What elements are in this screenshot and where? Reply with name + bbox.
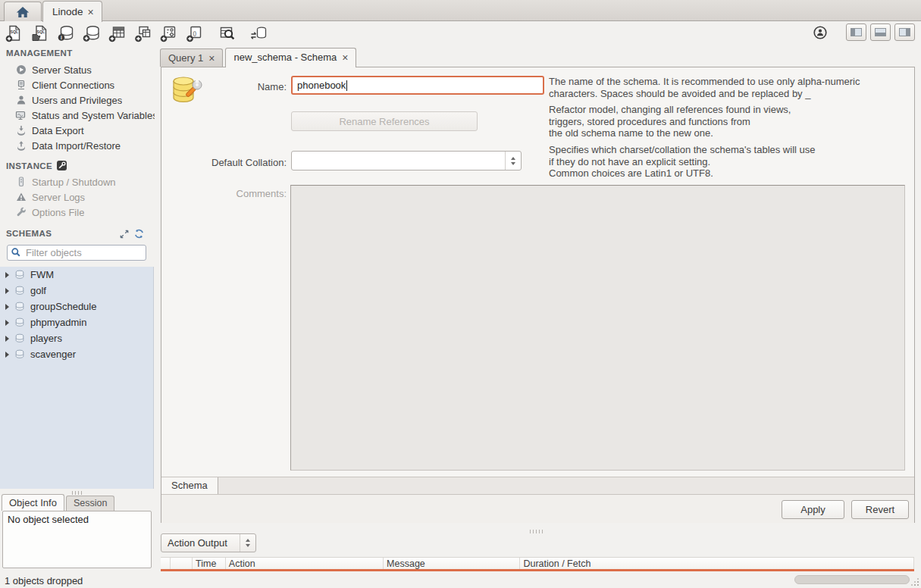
comments-textarea[interactable] bbox=[290, 185, 905, 471]
expander-icon[interactable] bbox=[5, 336, 9, 342]
server-box-icon bbox=[15, 177, 27, 187]
schema-node-golf[interactable]: golf bbox=[0, 283, 153, 299]
spinner-arrows-icon bbox=[505, 152, 521, 170]
create-procedure-button[interactable] bbox=[159, 24, 178, 43]
instance-config-icon bbox=[57, 161, 67, 170]
column-icon[interactable] bbox=[161, 558, 171, 569]
output-panel: Action Output Time Action Message Durati… bbox=[155, 529, 921, 573]
create-view-button[interactable] bbox=[133, 24, 152, 43]
toggle-bottom-panel-button[interactable] bbox=[870, 23, 891, 41]
apply-button[interactable]: Apply bbox=[782, 500, 844, 519]
close-icon[interactable]: × bbox=[86, 7, 96, 17]
action-output-select[interactable]: Action Output bbox=[161, 533, 256, 552]
schema-icon bbox=[14, 270, 25, 280]
sidebar-item-server-logs[interactable]: Server Logs bbox=[0, 189, 155, 205]
navigator-sidebar: MANAGEMENT Server Status Client Connecti… bbox=[0, 45, 155, 573]
editor-action-bar: Apply Revert bbox=[161, 494, 914, 523]
schema-filter-input[interactable] bbox=[7, 245, 146, 261]
schema-icon bbox=[14, 317, 25, 327]
object-info-panel: No object selected bbox=[2, 511, 152, 568]
toggle-right-panel-button[interactable] bbox=[894, 23, 915, 41]
schema-node-fwm[interactable]: FWM bbox=[0, 267, 153, 283]
toggle-left-panel-button[interactable] bbox=[846, 23, 866, 41]
expander-icon[interactable] bbox=[5, 304, 9, 310]
name-label: Name: bbox=[161, 81, 287, 92]
sidebar-item-data-import[interactable]: Data Import/Restore bbox=[0, 138, 155, 153]
object-info-text: No object selected bbox=[8, 514, 89, 525]
schema-name-input[interactable]: phonebook bbox=[291, 76, 544, 95]
expander-icon[interactable] bbox=[5, 352, 9, 358]
default-collation-select[interactable] bbox=[291, 151, 522, 170]
expander-icon[interactable] bbox=[5, 320, 9, 326]
sidebar-item-options-file[interactable]: Options File bbox=[0, 205, 155, 220]
search-icon bbox=[11, 247, 21, 258]
column-action[interactable]: Action bbox=[226, 558, 384, 569]
tab-new-schema[interactable]: new_schema - Schema × bbox=[225, 48, 356, 67]
schema-inspector-icon: i bbox=[57, 24, 75, 42]
home-icon bbox=[15, 5, 30, 19]
new-sql-tab-button[interactable]: SQL bbox=[5, 24, 23, 43]
revert-button[interactable]: Revert bbox=[851, 500, 909, 519]
close-icon[interactable]: × bbox=[340, 52, 349, 63]
status-message: 1 objects dropped bbox=[5, 575, 83, 586]
column-duration[interactable]: Duration / Fetch bbox=[520, 558, 914, 569]
create-table-button[interactable] bbox=[108, 24, 127, 43]
open-sql-script-button[interactable]: SQL bbox=[30, 24, 49, 43]
home-tab[interactable] bbox=[4, 2, 42, 21]
output-splitter-handle[interactable] bbox=[530, 530, 544, 533]
rename-references-button[interactable]: Rename References bbox=[291, 111, 478, 131]
expander-icon[interactable] bbox=[5, 288, 9, 294]
refresh-schemas-icon[interactable] bbox=[134, 229, 144, 239]
horizontal-scrollbar-thumb[interactable] bbox=[794, 575, 910, 584]
column-time[interactable]: Time bbox=[193, 558, 226, 569]
search-data-button[interactable] bbox=[217, 24, 236, 43]
sidebar-item-status-variables[interactable]: Status and System Variables bbox=[0, 108, 155, 123]
connection-tab[interactable]: Linode × bbox=[42, 1, 102, 22]
create-procedure-icon bbox=[160, 24, 178, 42]
connection-status-icon[interactable] bbox=[812, 24, 829, 41]
server-status-icon bbox=[15, 64, 27, 75]
export-down-icon bbox=[15, 125, 27, 136]
connection-tab-label: Linode bbox=[52, 6, 83, 17]
schema-icon bbox=[14, 286, 25, 296]
reconnect-db-button[interactable] bbox=[249, 24, 268, 43]
column-index[interactable] bbox=[171, 558, 193, 569]
sidebar-item-client-connections[interactable]: Client Connections bbox=[0, 77, 155, 92]
sidebar-item-server-status[interactable]: Server Status bbox=[0, 62, 155, 77]
client-connections-icon bbox=[15, 80, 27, 90]
schema-node-groupschedule[interactable]: groupSchedule bbox=[0, 299, 153, 314]
svg-text:SQL: SQL bbox=[10, 30, 18, 34]
collation-label: Default Collation: bbox=[161, 157, 287, 168]
text-caret bbox=[346, 80, 347, 91]
expander-icon[interactable] bbox=[5, 272, 9, 278]
create-function-button[interactable]: () bbox=[185, 24, 204, 43]
window-resize-grip[interactable] bbox=[911, 578, 919, 586]
main-panel: Query 1 × new_schema - Schema × Name: ph… bbox=[155, 45, 921, 573]
sidebar-item-startup-shutdown[interactable]: Startup / Shutdown bbox=[0, 174, 155, 189]
svg-text:SQL: SQL bbox=[36, 30, 45, 34]
tab-object-info[interactable]: Object Info bbox=[2, 494, 64, 511]
tab-schema[interactable]: Schema bbox=[161, 477, 218, 495]
close-icon[interactable]: × bbox=[207, 53, 216, 64]
schema-node-scavenger[interactable]: scavenger bbox=[0, 346, 153, 362]
right-panel-icon bbox=[899, 28, 910, 36]
tab-query-1[interactable]: Query 1 × bbox=[160, 48, 223, 67]
create-schema-button[interactable] bbox=[82, 24, 101, 43]
schema-node-players[interactable]: players bbox=[0, 330, 153, 346]
sidebar-item-data-export[interactable]: Data Export bbox=[0, 123, 155, 138]
column-message[interactable]: Message bbox=[384, 558, 520, 569]
schema-inspector-button[interactable]: i bbox=[56, 24, 75, 43]
schema-node-phpmyadmin[interactable]: phpmyadmin bbox=[0, 314, 153, 330]
warning-icon bbox=[15, 192, 27, 202]
collation-help-text: Specifies which charset/collation the sc… bbox=[549, 144, 898, 180]
svg-text:i: i bbox=[61, 35, 62, 40]
expand-schemas-icon[interactable] bbox=[120, 230, 129, 239]
rename-help-text: Refactor model, changing all references … bbox=[549, 104, 898, 139]
schema-icon bbox=[14, 333, 25, 343]
management-section-header: MANAGEMENT bbox=[6, 48, 73, 58]
sidebar-item-users-privileges[interactable]: Users and Privileges bbox=[0, 92, 155, 108]
import-up-icon bbox=[15, 140, 27, 151]
wrench-icon bbox=[15, 207, 27, 217]
schema-icon bbox=[14, 302, 25, 311]
tab-session[interactable]: Session bbox=[66, 496, 114, 511]
